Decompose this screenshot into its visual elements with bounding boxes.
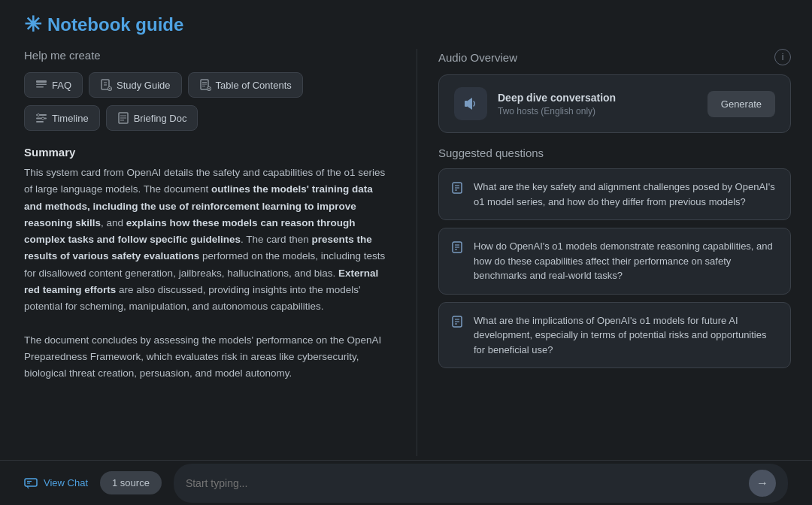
timeline-label: Timeline bbox=[52, 113, 89, 124]
suggested-questions-title: Suggested questions bbox=[438, 147, 544, 159]
app-logo: ✳ Notebook guide bbox=[24, 12, 183, 37]
briefing-doc-icon bbox=[117, 112, 129, 124]
svg-rect-0 bbox=[36, 80, 47, 83]
audio-overview-header: Audio Overview i bbox=[438, 49, 791, 65]
logo-icon: ✳ bbox=[24, 12, 41, 37]
svg-rect-25 bbox=[465, 101, 468, 107]
audio-card: Deep dive conversation Two hosts (Englis… bbox=[438, 74, 791, 133]
briefing-doc-label: Briefing Doc bbox=[134, 113, 187, 124]
svg-rect-18 bbox=[36, 121, 44, 122]
suggested-question-2[interactable]: How do OpenAI's o1 models demonstrate re… bbox=[438, 228, 791, 295]
bottom-bar: View Chat 1 source → bbox=[0, 460, 812, 505]
chat-icon bbox=[24, 478, 38, 488]
audio-card-subtitle: Two hosts (English only) bbox=[498, 106, 697, 116]
left-panel: Help me create FAQ bbox=[0, 49, 417, 456]
speaker-icon bbox=[462, 95, 480, 113]
toc-icon bbox=[199, 79, 211, 91]
summary-title: Summary bbox=[24, 146, 392, 159]
source-badge[interactable]: 1 source bbox=[100, 471, 162, 494]
action-buttons-row-2: Timeline Briefing Doc bbox=[24, 105, 392, 131]
study-guide-button[interactable]: Study Guide bbox=[89, 72, 182, 98]
right-panel: Audio Overview i Deep dive conversation … bbox=[417, 49, 812, 456]
question-icon-2 bbox=[451, 240, 465, 254]
question-2-text: How do OpenAI's o1 models demonstrate re… bbox=[474, 239, 778, 283]
view-chat-button[interactable]: View Chat bbox=[24, 477, 88, 488]
study-guide-icon bbox=[100, 79, 112, 91]
app-header: ✳ Notebook guide bbox=[0, 0, 812, 49]
faq-label: FAQ bbox=[52, 80, 71, 91]
info-icon[interactable]: i bbox=[774, 49, 791, 65]
suggested-questions-header: Suggested questions bbox=[438, 147, 791, 159]
svg-point-19 bbox=[38, 114, 40, 116]
suggested-question-3[interactable]: What are the implications of OpenAI's o1… bbox=[438, 302, 791, 369]
audio-overview-title: Audio Overview bbox=[438, 51, 517, 64]
action-buttons-row: FAQ Study Guide bbox=[24, 72, 392, 98]
table-of-contents-button[interactable]: Table of Contents bbox=[188, 72, 303, 98]
question-3-text: What are the implications of OpenAI's o1… bbox=[474, 313, 778, 358]
audio-card-title: Deep dive conversation bbox=[498, 92, 697, 104]
send-icon: → bbox=[756, 476, 768, 490]
timeline-icon bbox=[35, 112, 47, 124]
svg-rect-38 bbox=[25, 479, 37, 486]
question-1-text: What are the key safety and alignment ch… bbox=[474, 180, 778, 209]
faq-icon bbox=[35, 79, 47, 91]
question-icon-3 bbox=[451, 315, 465, 328]
main-panels: Help me create FAQ bbox=[0, 49, 812, 456]
summary-text: This system card from OpenAI details the… bbox=[24, 165, 392, 382]
generate-button[interactable]: Generate bbox=[707, 91, 775, 117]
audio-icon-wrap bbox=[454, 87, 487, 120]
timeline-button[interactable]: Timeline bbox=[24, 105, 100, 131]
svg-rect-2 bbox=[36, 86, 44, 88]
summary-area: Summary This system card from OpenAI det… bbox=[24, 138, 392, 456]
svg-rect-1 bbox=[36, 84, 47, 86]
app-title: Notebook guide bbox=[47, 14, 183, 35]
chat-input-wrap: → bbox=[174, 464, 788, 503]
question-icon-1 bbox=[451, 181, 465, 195]
suggested-question-1[interactable]: What are the key safety and alignment ch… bbox=[438, 168, 791, 220]
send-button[interactable]: → bbox=[749, 470, 776, 497]
briefing-doc-button[interactable]: Briefing Doc bbox=[106, 105, 198, 131]
audio-info: Deep dive conversation Two hosts (Englis… bbox=[498, 92, 697, 116]
help-title: Help me create bbox=[24, 49, 392, 62]
audio-overview-section: Audio Overview i Deep dive conversation … bbox=[438, 49, 791, 133]
chat-input[interactable] bbox=[186, 477, 741, 489]
view-chat-label: View Chat bbox=[44, 477, 88, 488]
study-guide-label: Study Guide bbox=[117, 80, 171, 91]
faq-button[interactable]: FAQ bbox=[24, 72, 83, 98]
svg-point-20 bbox=[42, 117, 44, 119]
suggested-questions-section: Suggested questions What are the key saf… bbox=[438, 147, 791, 456]
toc-label: Table of Contents bbox=[216, 80, 292, 91]
